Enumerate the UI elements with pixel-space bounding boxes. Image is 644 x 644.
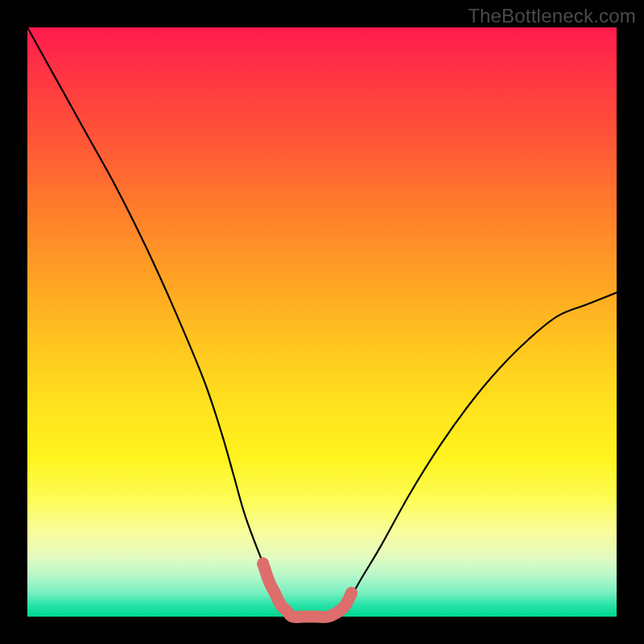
valley-start-dot (257, 558, 269, 570)
bottleneck-curve (27, 27, 617, 617)
valley-highlight (263, 564, 352, 617)
valley-end-dot (345, 587, 357, 599)
watermark-text: TheBottleneck.com (468, 5, 636, 27)
curve-layer (27, 27, 617, 617)
chart-frame: TheBottleneck.com (0, 0, 644, 644)
plot-area (27, 27, 617, 617)
